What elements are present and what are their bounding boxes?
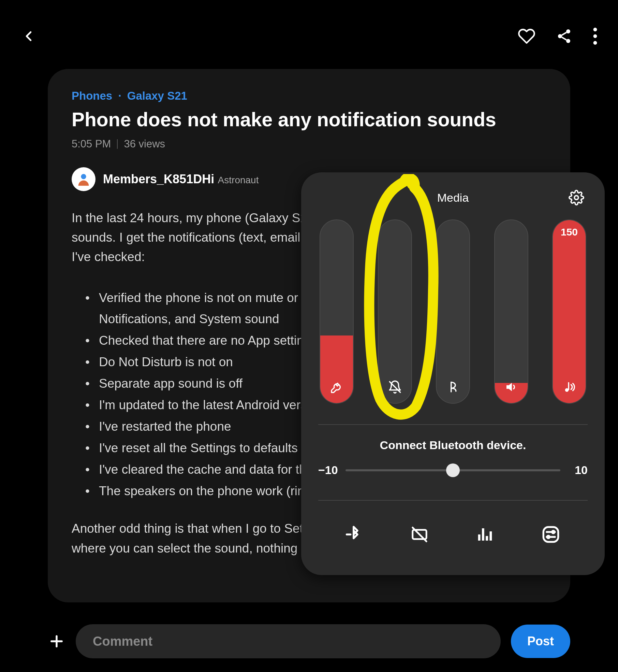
- svg-marker-13: [506, 383, 512, 391]
- svg-rect-18: [478, 534, 481, 541]
- balance-max: 10: [567, 463, 588, 477]
- top-actions: [518, 27, 598, 45]
- comment-bar: Comment Post: [48, 624, 570, 658]
- balance-track[interactable]: [345, 469, 560, 471]
- panel-divider-1: [318, 424, 588, 425]
- post-title: Phone does not make any notification sou…: [72, 109, 546, 131]
- svg-rect-21: [489, 531, 492, 541]
- media-value-badge: 150: [561, 226, 578, 238]
- post-views: 36 views: [124, 138, 165, 150]
- panel-bottom-icons: [318, 525, 588, 544]
- media-slider[interactable]: 150: [552, 219, 586, 404]
- post-meta: 5:05 PM 36 views: [72, 138, 546, 150]
- speaker-low-icon: [504, 380, 518, 396]
- author-rank: Astronaut: [218, 175, 259, 185]
- bixby-slider[interactable]: [436, 219, 470, 404]
- add-attachment-button[interactable]: [48, 632, 65, 650]
- svg-point-11: [574, 196, 578, 200]
- svg-point-26: [547, 536, 549, 538]
- settings-icon[interactable]: [569, 190, 584, 205]
- ringtone-slider[interactable]: [320, 219, 354, 404]
- comment-placeholder: Comment: [93, 634, 152, 649]
- balance-min: −10: [318, 463, 339, 477]
- notification-slider[interactable]: [378, 219, 412, 404]
- system-slider[interactable]: [494, 219, 528, 404]
- volume-panel-header: Media: [318, 189, 588, 206]
- balance-thumb[interactable]: [446, 463, 460, 477]
- meta-separator: [117, 139, 118, 149]
- author-name: Members_K851DHi: [103, 172, 214, 186]
- avatar[interactable]: [72, 167, 95, 191]
- favorite-button[interactable]: [518, 27, 535, 45]
- breadcrumb-subcategory[interactable]: Galaxy S21: [127, 89, 187, 102]
- svg-rect-22: [544, 527, 559, 542]
- comment-input[interactable]: Comment: [76, 624, 501, 658]
- breadcrumb-category[interactable]: Phones: [72, 89, 112, 102]
- svg-point-2: [566, 39, 570, 43]
- svg-point-6: [593, 34, 597, 38]
- more-menu-button[interactable]: [593, 27, 598, 45]
- volume-sliders: 150: [318, 219, 588, 404]
- svg-point-5: [593, 28, 597, 31]
- caption-off-icon[interactable]: [410, 525, 429, 544]
- back-button[interactable]: [20, 28, 37, 44]
- bixby-icon: [446, 380, 460, 396]
- svg-line-3: [562, 37, 566, 40]
- equalizer-icon[interactable]: [476, 525, 494, 544]
- breadcrumbs[interactable]: Phones · Galaxy S21: [72, 89, 546, 102]
- bell-off-icon: [388, 380, 402, 396]
- svg-rect-19: [482, 528, 484, 541]
- volume-panel-title: Media: [437, 191, 469, 204]
- bluetooth-connect-label[interactable]: Connect Bluetooth device.: [318, 439, 588, 452]
- svg-point-0: [566, 29, 570, 33]
- wrench-icon: [330, 381, 343, 396]
- media-fill: [553, 220, 586, 403]
- music-note-icon: [562, 380, 576, 396]
- sound-settings-icon[interactable]: [541, 525, 561, 544]
- svg-rect-20: [486, 536, 488, 541]
- post-time: 5:05 PM: [72, 138, 111, 150]
- svg-point-7: [593, 41, 597, 45]
- svg-line-4: [562, 32, 566, 35]
- svg-point-24: [552, 531, 555, 533]
- svg-point-1: [558, 34, 562, 38]
- svg-rect-15: [568, 382, 570, 390]
- breadcrumb-separator: ·: [118, 89, 121, 102]
- top-bar: [0, 0, 618, 59]
- share-button[interactable]: [556, 28, 572, 44]
- svg-point-8: [81, 174, 86, 179]
- post-button[interactable]: Post: [511, 625, 570, 658]
- volume-panel: Media: [301, 172, 605, 575]
- bluetooth-connect-icon[interactable]: [345, 525, 364, 544]
- balance-slider[interactable]: −10 10: [318, 463, 588, 477]
- panel-divider-2: [318, 500, 588, 501]
- author-info: Members_K851DHi Astronaut: [103, 172, 259, 186]
